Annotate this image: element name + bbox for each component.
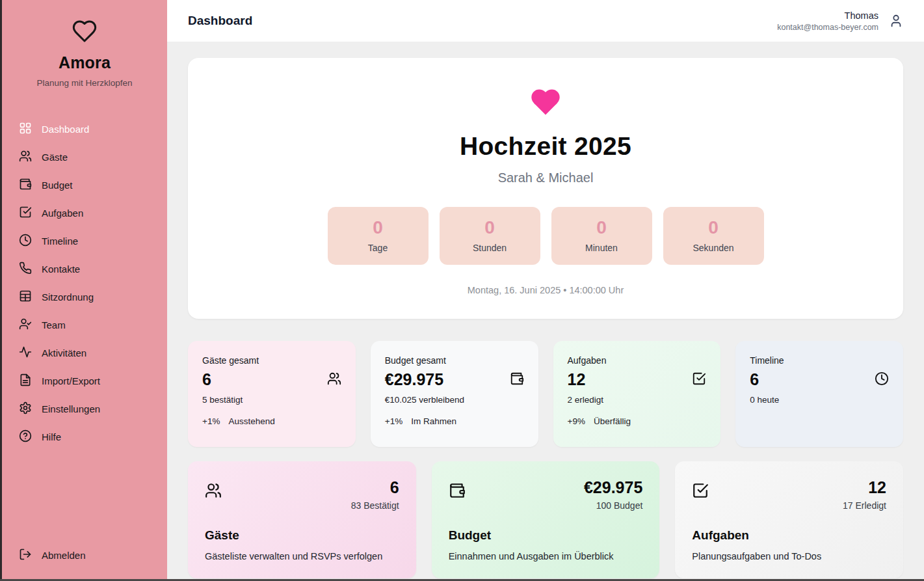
app-name: Amora bbox=[12, 53, 157, 72]
stat-label: Gäste gesamt bbox=[202, 355, 341, 366]
sidebar-item-kontakte[interactable]: Kontakte bbox=[2, 255, 167, 283]
sidebar-item-label: Budget bbox=[42, 180, 73, 191]
sidebar-item-timeline[interactable]: Timeline bbox=[2, 227, 167, 255]
sidebar-item-sitzordnung[interactable]: Sitzordnung bbox=[2, 283, 167, 311]
stat-trend-value: +1% bbox=[385, 416, 403, 426]
countdown: 0 Tage 0 Stunden 0 Minuten 0 Sekunden bbox=[209, 207, 882, 265]
user-meta: Thomas kontakt@thomas-beyer.com bbox=[777, 10, 878, 32]
countdown-hours: 0 Stunden bbox=[440, 207, 540, 265]
file-text-icon bbox=[19, 373, 32, 388]
logout-button[interactable]: Abmelden bbox=[2, 540, 167, 571]
sidebar-item-einstellungen[interactable]: Einstellungen bbox=[2, 395, 167, 423]
sidebar-item-aufgaben[interactable]: Aufgaben bbox=[2, 199, 167, 227]
wedding-datetime: Montag, 16. Juni 2025 • 14:00:00 Uhr bbox=[209, 285, 882, 295]
clock-icon bbox=[875, 372, 889, 388]
sidebar-item-gaeste[interactable]: Gäste bbox=[2, 143, 167, 171]
user-icon[interactable] bbox=[889, 14, 903, 28]
stat-trend-label: Ausstehend bbox=[228, 416, 274, 426]
wedding-title: Hochzeit 2025 bbox=[209, 132, 882, 161]
countdown-seconds: 0 Sekunden bbox=[663, 207, 764, 265]
feature-title: Budget bbox=[449, 528, 643, 543]
stat-sub: 2 erledigt bbox=[568, 395, 707, 405]
feature-sub: 17 Erledigt bbox=[843, 500, 886, 511]
stat-label: Aufgaben bbox=[568, 355, 707, 366]
sidebar-item-label: Team bbox=[42, 319, 66, 331]
stat-sub: €10.025 verbleibend bbox=[385, 395, 524, 405]
topbar: Dashboard Thomas kontakt@thomas-beyer.co… bbox=[167, 0, 924, 42]
feature-desc: Planungsaufgaben und To-Dos bbox=[692, 551, 886, 561]
sidebar-item-label: Import/Export bbox=[42, 375, 100, 386]
wedding-hero-card: Hochzeit 2025 Sarah & Michael 0 Tage 0 S… bbox=[188, 58, 903, 319]
sidebar-item-label: Einstellungen bbox=[42, 403, 100, 414]
help-circle-icon bbox=[19, 429, 32, 444]
sidebar-item-team[interactable]: Team bbox=[2, 311, 167, 339]
users-icon bbox=[327, 372, 341, 388]
stat-trend-value: +9% bbox=[568, 416, 585, 426]
stats-row: Gäste gesamt 6 5 bestätigt +1% Ausstehen… bbox=[188, 341, 903, 447]
countdown-value: 0 bbox=[596, 219, 607, 237]
heart-filled-icon bbox=[527, 110, 564, 121]
sidebar-item-budget[interactable]: Budget bbox=[2, 171, 167, 199]
stat-value: 6 bbox=[750, 370, 759, 389]
heart-outline-icon bbox=[71, 35, 98, 46]
gear-icon bbox=[19, 401, 32, 416]
brand-block: Amora Planung mit Herzklopfen bbox=[2, 12, 167, 103]
wallet-icon bbox=[449, 478, 466, 502]
feature-card-budget[interactable]: €29.975 100 Budget Budget Einnahmen und … bbox=[432, 461, 660, 578]
countdown-label: Stunden bbox=[473, 243, 507, 253]
countdown-label: Sekunden bbox=[693, 243, 733, 253]
main-area: Dashboard Thomas kontakt@thomas-beyer.co… bbox=[167, 0, 924, 581]
feature-value: 12 bbox=[843, 478, 886, 497]
feature-sub: 83 Bestätigt bbox=[351, 500, 399, 511]
countdown-value: 0 bbox=[484, 219, 495, 237]
check-square-icon bbox=[19, 206, 32, 221]
feature-value: 6 bbox=[351, 478, 399, 497]
users-icon bbox=[205, 478, 222, 502]
user-email: kontakt@thomas-beyer.com bbox=[777, 23, 878, 32]
users-icon bbox=[19, 150, 32, 165]
sidebar-item-dashboard[interactable]: Dashboard bbox=[2, 115, 167, 143]
sidebar-nav: Dashboard Gäste Budget Aufgaben Timeline… bbox=[2, 115, 167, 451]
check-square-icon bbox=[692, 372, 706, 388]
sidebar-item-label: Kontakte bbox=[42, 263, 80, 275]
sidebar: Amora Planung mit Herzklopfen Dashboard … bbox=[0, 0, 167, 581]
stat-value: 12 bbox=[568, 370, 586, 389]
sidebar-spacer bbox=[2, 451, 167, 540]
feature-desc: Einnahmen und Ausgaben im Überblick bbox=[449, 551, 643, 561]
sidebar-item-label: Sitzordnung bbox=[42, 291, 94, 303]
stat-trend-value: +1% bbox=[202, 416, 220, 426]
feature-value: €29.975 bbox=[584, 478, 642, 497]
app-tagline: Planung mit Herzklopfen bbox=[12, 78, 157, 88]
activity-icon bbox=[19, 345, 32, 360]
stat-value: €29.975 bbox=[385, 370, 443, 389]
feature-title: Aufgaben bbox=[692, 528, 886, 543]
logout-icon bbox=[19, 548, 32, 563]
layout-grid-icon bbox=[19, 122, 32, 137]
user-menu[interactable]: Thomas kontakt@thomas-beyer.com bbox=[777, 10, 903, 32]
stat-card-guests: Gäste gesamt 6 5 bestätigt +1% Ausstehen… bbox=[188, 341, 356, 447]
countdown-value: 0 bbox=[373, 219, 383, 237]
stat-label: Timeline bbox=[750, 355, 889, 366]
sidebar-item-hilfe[interactable]: Hilfe bbox=[2, 423, 167, 451]
sidebar-item-label: Aktivitäten bbox=[42, 347, 86, 358]
user-check-icon bbox=[19, 318, 32, 332]
feature-cards-row: 6 83 Bestätigt Gäste Gästeliste verwalte… bbox=[188, 461, 903, 578]
table-icon bbox=[19, 290, 32, 304]
sidebar-item-import-export[interactable]: Import/Export bbox=[2, 367, 167, 395]
sidebar-item-label: Aufgaben bbox=[42, 208, 83, 219]
countdown-days: 0 Tage bbox=[328, 207, 429, 265]
feature-title: Gäste bbox=[205, 528, 399, 543]
feature-card-guests[interactable]: 6 83 Bestätigt Gäste Gästeliste verwalte… bbox=[188, 461, 416, 578]
sidebar-item-label: Dashboard bbox=[42, 124, 89, 135]
check-square-icon bbox=[692, 478, 709, 502]
stat-card-timeline: Timeline 6 0 heute bbox=[735, 341, 903, 447]
stat-sub: 0 heute bbox=[750, 395, 889, 405]
stat-value: 6 bbox=[202, 370, 211, 389]
feature-card-tasks[interactable]: 12 17 Erledigt Aufgaben Planungsaufgaben… bbox=[675, 461, 903, 578]
sidebar-item-aktivitaeten[interactable]: Aktivitäten bbox=[2, 339, 167, 367]
feature-desc: Gästeliste verwalten und RSVPs verfolgen bbox=[205, 551, 399, 561]
sidebar-item-label: Gäste bbox=[42, 152, 68, 163]
clock-icon bbox=[19, 234, 32, 249]
stat-trend-label: Überfällig bbox=[594, 416, 631, 426]
stat-sub: 5 bestätigt bbox=[202, 395, 341, 405]
